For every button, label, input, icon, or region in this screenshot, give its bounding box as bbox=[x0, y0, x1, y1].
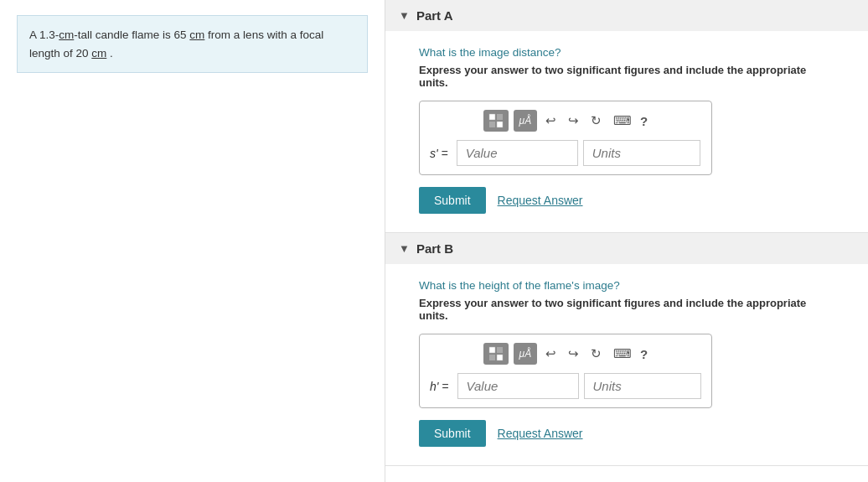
part-a-question: What is the image distance? bbox=[419, 46, 834, 59]
part-a-var-label: s' = bbox=[430, 147, 448, 160]
part-a-mu-button[interactable]: μÅ bbox=[514, 110, 537, 132]
part-a-input-box: μÅ ↩ ↪ ↻ ⌨ ? bbox=[419, 101, 712, 175]
part-a-units-input[interactable] bbox=[583, 140, 700, 166]
refresh-icon: ↻ bbox=[591, 346, 602, 360]
part-a-instruction: Express your answer to two significant f… bbox=[419, 64, 834, 89]
part-a-toolbar: μÅ ↩ ↪ ↻ ⌨ ? bbox=[430, 110, 701, 132]
svg-rect-0 bbox=[489, 114, 495, 120]
part-b-header[interactable]: ▼ Part B bbox=[385, 233, 868, 264]
part-b-input-box: μÅ ↩ ↪ ↻ ⌨ ? bbox=[419, 334, 712, 408]
part-b-mu-button[interactable]: μÅ bbox=[514, 343, 537, 365]
part-a-section: ▼ Part A What is the image distance? Exp… bbox=[385, 0, 868, 233]
part-b-collapse-arrow[interactable]: ▼ bbox=[399, 242, 410, 255]
part-b-var-label: h' = bbox=[430, 380, 449, 393]
part-b-refresh-button[interactable]: ↻ bbox=[587, 345, 605, 363]
part-b-help-button[interactable]: ? bbox=[640, 347, 648, 361]
part-b-input-row: h' = bbox=[430, 373, 701, 399]
part-a-input-row: s' = bbox=[430, 140, 701, 166]
problem-statement: A 1.3-cm-tall candle flame is 65 cm from… bbox=[17, 15, 368, 73]
keyboard-icon: ⌨ bbox=[613, 113, 632, 127]
part-a-help-button[interactable]: ? bbox=[640, 114, 648, 128]
part-b-question: What is the height of the flame's image? bbox=[419, 279, 834, 292]
svg-rect-3 bbox=[497, 122, 503, 127]
left-panel: A 1.3-cm-tall candle flame is 65 cm from… bbox=[0, 0, 385, 482]
part-b-redo-button[interactable]: ↪ bbox=[565, 345, 582, 363]
part-a-content: What is the image distance? Express your… bbox=[385, 31, 868, 232]
svg-rect-2 bbox=[489, 122, 495, 127]
svg-rect-5 bbox=[497, 347, 503, 353]
part-b-undo-button[interactable]: ↩ bbox=[542, 345, 560, 363]
part-b-request-answer-button[interactable]: Request Answer bbox=[498, 427, 583, 440]
undo-icon: ↩ bbox=[545, 113, 556, 127]
part-b-toolbar: μÅ ↩ ↪ ↻ ⌨ ? bbox=[430, 343, 701, 365]
help-icon: ? bbox=[640, 347, 648, 361]
keyboard-icon: ⌨ bbox=[613, 346, 632, 360]
part-b-content: What is the height of the flame's image?… bbox=[385, 264, 868, 465]
part-a-submit-button[interactable]: Submit bbox=[419, 187, 486, 214]
part-a-refresh-button[interactable]: ↻ bbox=[587, 111, 605, 130]
part-a-redo-button[interactable]: ↪ bbox=[565, 111, 582, 130]
part-b-units-input[interactable] bbox=[584, 373, 701, 399]
part-b-grid-button[interactable] bbox=[483, 343, 509, 365]
svg-rect-7 bbox=[497, 355, 503, 360]
mu-label: μÅ bbox=[519, 348, 532, 360]
part-a-title: Part A bbox=[416, 8, 453, 23]
part-a-value-input[interactable] bbox=[457, 140, 578, 166]
part-a-request-answer-button[interactable]: Request Answer bbox=[498, 194, 583, 207]
part-b-section: ▼ Part B What is the height of the flame… bbox=[385, 233, 868, 466]
redo-icon: ↪ bbox=[568, 346, 579, 360]
part-a-action-row: Submit Request Answer bbox=[419, 187, 834, 214]
svg-rect-6 bbox=[489, 355, 495, 360]
right-panel: ▼ Part A What is the image distance? Exp… bbox=[385, 0, 868, 482]
part-b-title: Part B bbox=[416, 241, 453, 256]
undo-icon: ↩ bbox=[545, 346, 556, 360]
part-a-grid-button[interactable] bbox=[483, 110, 509, 132]
mu-label: μÅ bbox=[519, 115, 532, 127]
grid-icon bbox=[488, 113, 504, 128]
grid-icon bbox=[488, 346, 504, 361]
part-b-keyboard-button[interactable]: ⌨ bbox=[610, 345, 635, 363]
part-a-collapse-arrow[interactable]: ▼ bbox=[399, 9, 410, 22]
help-icon: ? bbox=[640, 114, 648, 128]
part-b-submit-button[interactable]: Submit bbox=[419, 420, 486, 447]
part-a-header[interactable]: ▼ Part A bbox=[385, 0, 868, 31]
part-a-undo-button[interactable]: ↩ bbox=[542, 111, 560, 130]
refresh-icon: ↻ bbox=[591, 113, 602, 127]
part-a-keyboard-button[interactable]: ⌨ bbox=[610, 111, 635, 130]
svg-rect-1 bbox=[497, 114, 503, 120]
svg-rect-4 bbox=[489, 347, 495, 353]
redo-icon: ↪ bbox=[568, 113, 579, 127]
part-b-action-row: Submit Request Answer bbox=[419, 420, 834, 447]
part-b-value-input[interactable] bbox=[457, 373, 579, 399]
part-b-instruction: Express your answer to two significant f… bbox=[419, 297, 834, 322]
